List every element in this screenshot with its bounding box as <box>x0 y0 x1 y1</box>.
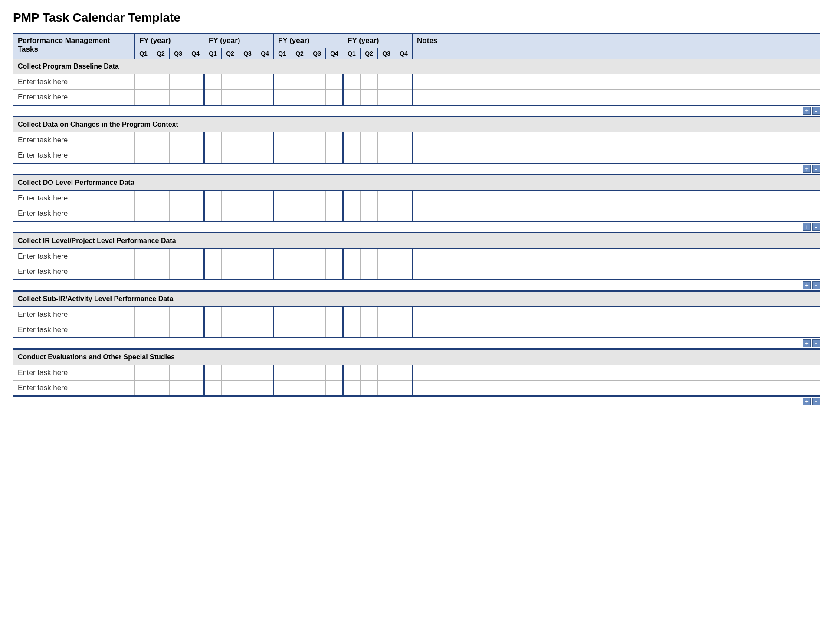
quarter-cell[interactable] <box>326 249 343 264</box>
task-label-cell[interactable]: Enter task here <box>13 132 135 148</box>
quarter-cell[interactable] <box>274 132 291 148</box>
quarter-cell[interactable] <box>361 249 378 264</box>
quarter-cell[interactable] <box>308 365 326 381</box>
quarter-cell[interactable] <box>274 322 291 338</box>
quarter-cell[interactable] <box>152 148 170 164</box>
quarter-cell[interactable] <box>204 264 222 280</box>
quarter-cell[interactable] <box>274 206 291 222</box>
notes-cell[interactable] <box>413 365 820 381</box>
quarter-cell[interactable] <box>274 148 291 164</box>
quarter-cell[interactable] <box>326 307 343 322</box>
quarter-cell[interactable] <box>239 264 256 280</box>
quarter-cell[interactable] <box>135 264 152 280</box>
quarter-cell[interactable] <box>291 322 308 338</box>
task-label-cell[interactable]: Enter task here <box>13 191 135 206</box>
quarter-cell[interactable] <box>395 90 413 105</box>
quarter-cell[interactable] <box>239 148 256 164</box>
quarter-cell[interactable] <box>170 132 187 148</box>
quarter-cell[interactable] <box>135 148 152 164</box>
quarter-cell[interactable] <box>187 365 204 381</box>
quarter-cell[interactable] <box>222 322 239 338</box>
quarter-cell[interactable] <box>378 206 395 222</box>
quarter-cell[interactable] <box>395 307 413 322</box>
quarter-cell[interactable] <box>239 381 256 396</box>
quarter-cell[interactable] <box>326 148 343 164</box>
quarter-cell[interactable] <box>343 307 361 322</box>
quarter-cell[interactable] <box>343 381 361 396</box>
task-label-cell[interactable]: Enter task here <box>13 249 135 264</box>
quarter-cell[interactable] <box>361 132 378 148</box>
quarter-cell[interactable] <box>378 264 395 280</box>
quarter-cell[interactable] <box>291 365 308 381</box>
quarter-cell[interactable] <box>291 191 308 206</box>
quarter-cell[interactable] <box>343 249 361 264</box>
quarter-cell[interactable] <box>187 74 204 90</box>
remove-row-button[interactable]: - <box>812 281 820 289</box>
quarter-cell[interactable] <box>326 206 343 222</box>
quarter-cell[interactable] <box>152 264 170 280</box>
add-row-button[interactable]: + <box>803 165 811 173</box>
quarter-cell[interactable] <box>256 381 274 396</box>
task-label-cell[interactable]: Enter task here <box>13 74 135 90</box>
notes-cell[interactable] <box>413 322 820 338</box>
task-label-cell[interactable]: Enter task here <box>13 307 135 322</box>
quarter-cell[interactable] <box>204 249 222 264</box>
quarter-cell[interactable] <box>361 206 378 222</box>
quarter-cell[interactable] <box>135 74 152 90</box>
quarter-cell[interactable] <box>378 90 395 105</box>
quarter-cell[interactable] <box>152 132 170 148</box>
notes-cell[interactable] <box>413 74 820 90</box>
quarter-cell[interactable] <box>222 132 239 148</box>
quarter-cell[interactable] <box>291 90 308 105</box>
quarter-cell[interactable] <box>274 191 291 206</box>
quarter-cell[interactable] <box>204 148 222 164</box>
quarter-cell[interactable] <box>308 206 326 222</box>
quarter-cell[interactable] <box>204 74 222 90</box>
quarter-cell[interactable] <box>274 365 291 381</box>
quarter-cell[interactable] <box>170 148 187 164</box>
quarter-cell[interactable] <box>222 365 239 381</box>
quarter-cell[interactable] <box>187 307 204 322</box>
quarter-cell[interactable] <box>204 206 222 222</box>
remove-row-button[interactable]: - <box>812 223 820 231</box>
quarter-cell[interactable] <box>152 191 170 206</box>
quarter-cell[interactable] <box>378 381 395 396</box>
quarter-cell[interactable] <box>291 264 308 280</box>
quarter-cell[interactable] <box>222 264 239 280</box>
quarter-cell[interactable] <box>152 307 170 322</box>
quarter-cell[interactable] <box>395 322 413 338</box>
quarter-cell[interactable] <box>395 206 413 222</box>
quarter-cell[interactable] <box>170 206 187 222</box>
quarter-cell[interactable] <box>395 132 413 148</box>
quarter-cell[interactable] <box>256 307 274 322</box>
quarter-cell[interactable] <box>222 206 239 222</box>
quarter-cell[interactable] <box>170 365 187 381</box>
task-label-cell[interactable]: Enter task here <box>13 90 135 105</box>
quarter-cell[interactable] <box>187 264 204 280</box>
quarter-cell[interactable] <box>361 365 378 381</box>
quarter-cell[interactable] <box>239 74 256 90</box>
quarter-cell[interactable] <box>326 74 343 90</box>
quarter-cell[interactable] <box>135 90 152 105</box>
add-row-button[interactable]: + <box>803 107 811 115</box>
quarter-cell[interactable] <box>326 322 343 338</box>
quarter-cell[interactable] <box>326 264 343 280</box>
quarter-cell[interactable] <box>395 191 413 206</box>
quarter-cell[interactable] <box>326 191 343 206</box>
quarter-cell[interactable] <box>204 307 222 322</box>
quarter-cell[interactable] <box>395 264 413 280</box>
quarter-cell[interactable] <box>256 249 274 264</box>
quarter-cell[interactable] <box>135 206 152 222</box>
quarter-cell[interactable] <box>308 90 326 105</box>
quarter-cell[interactable] <box>152 74 170 90</box>
quarter-cell[interactable] <box>361 264 378 280</box>
task-label-cell[interactable]: Enter task here <box>13 381 135 396</box>
notes-cell[interactable] <box>413 307 820 322</box>
quarter-cell[interactable] <box>204 322 222 338</box>
quarter-cell[interactable] <box>378 191 395 206</box>
quarter-cell[interactable] <box>187 322 204 338</box>
quarter-cell[interactable] <box>361 322 378 338</box>
quarter-cell[interactable] <box>135 365 152 381</box>
quarter-cell[interactable] <box>291 148 308 164</box>
quarter-cell[interactable] <box>135 191 152 206</box>
